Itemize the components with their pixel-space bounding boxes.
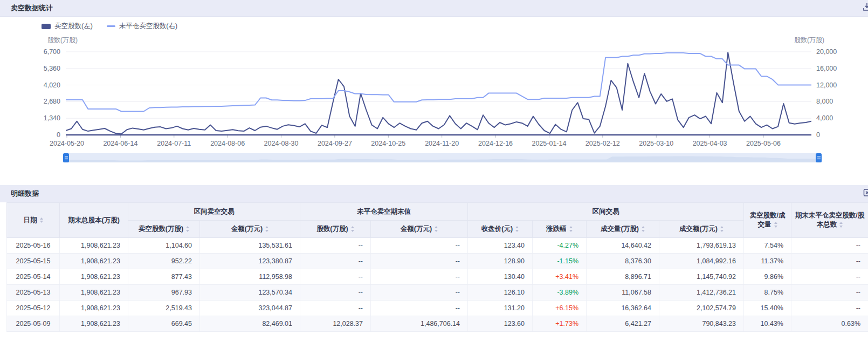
table-row: 2025-05-121,908,621.232,519.43323,044.87…: [7, 301, 868, 316]
cell-short-shares: 952.22: [128, 254, 200, 269]
left-axis-title: 股数(万股): [47, 36, 78, 45]
sort-icon[interactable]: [642, 226, 645, 232]
cell-date: 2025-05-14: [7, 269, 60, 285]
x-axis-label: 2024-06-14: [95, 140, 145, 147]
col-header-short-amount[interactable]: 金额(万元): [200, 221, 300, 238]
cell-capital: 1,908,621.23: [60, 269, 128, 285]
cell-capital: 1,908,621.23: [60, 316, 128, 332]
cell-capital: 1,908,621.23: [60, 301, 128, 316]
cell-open-shares: --: [300, 238, 371, 254]
y-axis-label-right: 12,000: [816, 81, 854, 90]
x-axis-label: 2024-07-11: [149, 140, 199, 147]
legend-item-short-shares[interactable]: 卖空股数(左): [42, 22, 93, 31]
cell-volume: 11,067.58: [587, 285, 659, 301]
cell-turnover: 1,412,736.21: [659, 285, 744, 301]
sort-icon[interactable]: [265, 226, 268, 232]
col-header-open-capital-ratio[interactable]: 期末未平仓卖空股数/股本总数: [791, 203, 868, 238]
sort-icon[interactable]: [774, 222, 777, 228]
y-axis-label-left: 0: [23, 131, 60, 139]
cell-change: -3.89%: [533, 285, 587, 301]
y-axis-label-left: 4,020: [23, 81, 60, 90]
table-row: 2025-05-141,908,621.23877.43112,958.98--…: [7, 269, 868, 285]
datazoom-slider-track[interactable]: [63, 153, 822, 162]
col-header-date[interactable]: 日期: [7, 203, 60, 238]
cell-date: 2025-05-16: [7, 238, 60, 254]
cell-turnover: 790,843.23: [659, 316, 744, 332]
cell-short-amount: 323,044.87: [200, 301, 300, 316]
table-row: 2025-05-161,908,621.231,104.60135,531.61…: [7, 238, 868, 254]
table-body: 2025-05-161,908,621.231,104.60135,531.61…: [7, 238, 868, 332]
legend-label: 未平仓卖空股数(右): [119, 22, 177, 31]
cell-open-capital-ratio: --: [791, 254, 868, 269]
datazoom-left-handle[interactable]: [63, 153, 69, 162]
sort-icon[interactable]: [186, 226, 189, 232]
col-header-short-vol-ratio[interactable]: 卖空股数/成交量: [744, 203, 791, 238]
cell-short-amount: 135,531.61: [200, 238, 300, 254]
cell-volume: 16,362.64: [587, 301, 659, 316]
col-header-change[interactable]: 涨跌幅: [533, 221, 587, 238]
col-header-open-amount[interactable]: 金额(万元): [371, 221, 468, 238]
cell-short-amount: 123,380.87: [200, 254, 300, 269]
cell-open-capital-ratio: --: [791, 301, 868, 316]
x-axis-label: 2024-09-27: [310, 140, 360, 147]
table-row: 2025-05-091,908,621.23669.4582,469.0112,…: [7, 316, 868, 332]
col-header-open-shares[interactable]: 股数(万股): [300, 221, 371, 238]
group-header-open-short: 未平仓卖空期末值: [300, 203, 468, 221]
cell-date: 2025-05-15: [7, 254, 60, 269]
y-axis-label-right: 0: [816, 131, 854, 139]
cell-short-vol-ratio: 11.37%: [744, 254, 791, 269]
cell-open-capital-ratio: --: [791, 269, 868, 285]
legend-item-open-short-shares[interactable]: 未平仓卖空股数(右): [107, 22, 177, 31]
cell-volume: 8,376.30: [587, 254, 659, 269]
sort-icon[interactable]: [435, 226, 438, 232]
cell-open-amount: --: [371, 254, 468, 269]
x-axis-label: 2024-08-30: [257, 140, 306, 147]
cell-open-amount: --: [371, 301, 468, 316]
cell-change: -4.27%: [533, 238, 587, 254]
sort-icon[interactable]: [40, 217, 43, 223]
col-header-capital: 期末总股本(万股): [60, 203, 128, 238]
cell-short-vol-ratio: 15.40%: [744, 301, 791, 316]
cell-change: +6.15%: [533, 301, 587, 316]
col-header-turnover[interactable]: 成交额(万元): [659, 221, 744, 238]
y-axis-label-left: 1,340: [23, 114, 60, 122]
export-icon[interactable]: [863, 189, 868, 199]
datazoom-right-handle[interactable]: [816, 153, 822, 162]
cell-short-shares: 2,519.43: [128, 301, 200, 316]
cell-open-shares: 12,028.37: [300, 316, 371, 332]
col-header-close[interactable]: 收盘价(元): [468, 221, 533, 238]
sort-icon[interactable]: [569, 226, 573, 232]
cell-short-amount: 112,958.98: [200, 269, 300, 285]
cell-short-shares: 967.93: [128, 285, 200, 301]
cell-open-shares: --: [300, 254, 371, 269]
x-axis-label: 2024-11-20: [417, 140, 467, 147]
table-panel-title: 明细数据: [11, 189, 39, 199]
cell-change: +1.73%: [533, 316, 587, 332]
col-header-volume[interactable]: 成交量(万股): [587, 221, 659, 238]
series-open-short-shares: [66, 53, 811, 112]
cell-close: 131.20: [468, 301, 533, 316]
sort-icon[interactable]: [720, 226, 724, 232]
cell-close: 123.40: [468, 238, 533, 254]
cell-open-shares: --: [300, 301, 371, 316]
cell-date: 2025-05-09: [7, 316, 60, 332]
y-axis-label-right: 16,000: [816, 64, 854, 73]
cell-close: 128.90: [468, 254, 533, 269]
download-icon[interactable]: [863, 3, 868, 13]
table-panel-header: 明细数据: [0, 185, 868, 202]
y-axis-label-right: 8,000: [816, 97, 854, 106]
cell-open-amount: --: [371, 238, 468, 254]
x-axis-label: 2024-12-16: [471, 140, 520, 147]
sort-icon[interactable]: [351, 226, 354, 232]
cell-short-amount: 123,570.34: [200, 285, 300, 301]
cell-open-amount: 1,486,706.14: [371, 316, 468, 332]
legend-line-marker: [107, 25, 115, 28]
cell-close: 130.40: [468, 269, 533, 285]
x-axis-label: 2025-04-03: [685, 140, 735, 147]
chart-panel-header: 卖空数据统计: [0, 0, 868, 17]
y-axis-label-left: 5,360: [23, 64, 60, 73]
sort-icon[interactable]: [515, 226, 519, 232]
sort-icon[interactable]: [839, 222, 843, 228]
cell-turnover: 1,793,619.13: [659, 238, 744, 254]
col-header-short-shares[interactable]: 卖空股数(万股): [128, 221, 200, 238]
